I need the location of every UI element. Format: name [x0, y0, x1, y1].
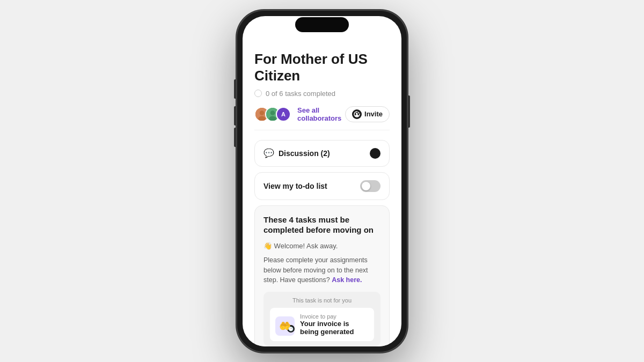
screen-content: For Mother of US Citizen 0 of 6 tasks co…: [243, 46, 401, 346]
phone-screen: For Mother of US Citizen 0 of 6 tasks co…: [243, 16, 401, 346]
invite-button[interactable]: Invite: [345, 106, 390, 122]
tasks-progress: 0 of 6 tasks completed: [254, 90, 390, 98]
svg-point-2: [258, 116, 266, 121]
invoice-card: This task is not for you 🤲 🕐 Invoice to …: [264, 292, 380, 346]
invoice-label: Invoice to pay: [300, 313, 369, 320]
welcome-message: 👋 Welcome! Ask away.: [264, 242, 380, 250]
invite-label: Invite: [364, 110, 383, 118]
todo-toggle[interactable]: [360, 180, 380, 192]
phone-frame: For Mother of US Citizen 0 of 6 tasks co…: [236, 10, 408, 353]
ask-here-link[interactable]: Ask here.: [332, 276, 362, 284]
discussion-row: 💬 Discussion (2): [264, 148, 380, 159]
avatar-stack: A: [254, 107, 287, 122]
not-for-you-label: This task is not for you: [270, 297, 374, 304]
todo-card: View my to-do list: [254, 172, 390, 200]
progress-circle-icon: [254, 90, 262, 97]
todo-label: View my to-do list: [264, 182, 327, 190]
phone-mockup: For Mother of US Citizen 0 of 6 tasks co…: [236, 10, 408, 353]
invoice-title: Your invoice is being generated: [300, 320, 369, 336]
progress-text: 0 of 6 tasks completed: [266, 90, 335, 98]
invoice-text: Invoice to pay Your invoice is being gen…: [300, 313, 369, 336]
svg-point-4: [270, 110, 275, 115]
collab-left: A See all collaborators: [254, 106, 345, 122]
todo-row: View my to-do list: [264, 180, 380, 192]
invoice-icon-container: 🤲 🕐: [275, 316, 295, 333]
discussion-icon: 💬: [264, 148, 274, 158]
tasks-heading: These 4 tasks must be completed before m…: [264, 215, 380, 235]
discussion-card[interactable]: 💬 Discussion (2): [254, 140, 390, 167]
invite-icon: [352, 109, 362, 119]
svg-point-1: [260, 110, 265, 115]
collaborators-row: A See all collaborators: [254, 106, 390, 130]
discussion-dot: [370, 148, 380, 159]
discussion-left: 💬 Discussion (2): [264, 148, 330, 158]
description-text: Please complete your assignments below b…: [264, 255, 380, 285]
tasks-section: These 4 tasks must be completed before m…: [254, 205, 390, 346]
dynamic-island: [295, 17, 349, 32]
svg-point-5: [269, 116, 276, 121]
avatar-3: A: [276, 107, 291, 122]
page-title: For Mother of US Citizen: [254, 51, 390, 84]
toggle-thumb: [362, 182, 370, 190]
discussion-label: Discussion (2): [279, 149, 330, 158]
invoice-row: 🤲 🕐 Invoice to pay Your invoice is being…: [270, 308, 374, 341]
see-all-collaborators-link[interactable]: See all collaborators: [297, 106, 345, 122]
